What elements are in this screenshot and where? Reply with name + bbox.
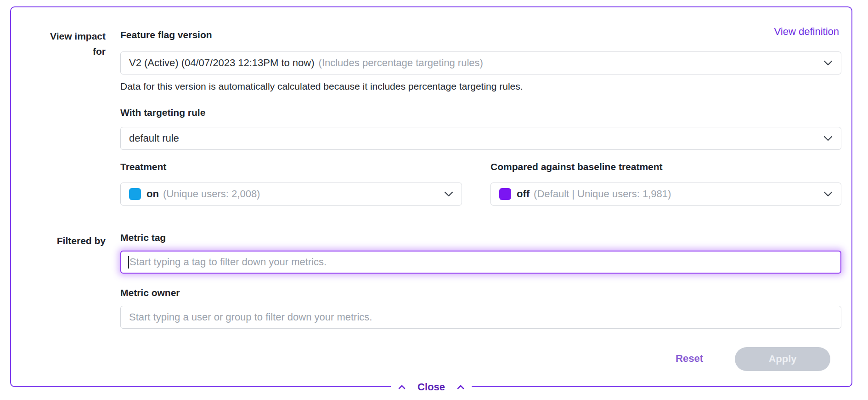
close-button[interactable]: Close [391,381,472,393]
view-impact-for-label: View impact for [41,29,106,59]
treatment-color-swatch [129,188,141,200]
metric-owner-label: Metric owner [120,287,180,298]
chevron-down-icon [823,136,833,141]
treatment-label: Treatment [120,161,166,172]
metric-owner-field [120,306,841,329]
chevron-down-icon [823,191,833,197]
filtered-by-label: Filtered by [28,233,106,248]
treatment-value: on [147,188,159,200]
baseline-treatment-select[interactable]: off (Default | Unique users: 1,981) [490,183,841,206]
treatment-note: (Unique users: 2,008) [163,188,260,200]
baseline-note: (Default | Unique users: 1,981) [534,188,671,200]
chevron-down-icon [823,60,833,66]
metric-tag-field [120,251,841,274]
feature-flag-version-value: V2 (Active) (04/07/2023 12:13PM to now) [129,57,315,69]
targeting-rule-select[interactable]: default rule [120,127,841,150]
feature-flag-version-label: Feature flag version [120,29,212,40]
baseline-treatment-label: Compared against baseline treatment [490,161,663,172]
view-definition-link[interactable]: View definition [774,26,839,38]
metric-owner-input[interactable] [120,306,841,329]
feature-flag-version-note: (Includes percentage targeting rules) [319,57,483,69]
treatment-select[interactable]: on (Unique users: 2,008) [120,183,462,206]
baseline-value: off [517,188,530,200]
feature-flag-version-select[interactable]: V2 (Active) (04/07/2023 12:13PM to now) … [120,51,841,74]
chevron-up-icon [398,383,406,391]
baseline-color-swatch [499,188,511,200]
targeting-rule-label: With targeting rule [120,107,205,118]
metric-tag-input[interactable] [120,251,841,274]
apply-button[interactable]: Apply [735,347,830,371]
text-cursor [128,256,129,269]
metric-tag-label: Metric tag [120,232,166,243]
targeting-rule-value: default rule [129,132,179,144]
version-helper-text: Data for this version is automatically c… [120,81,523,92]
chevron-up-icon [457,383,464,391]
chevron-down-icon [444,191,453,197]
reset-button[interactable]: Reset [664,352,715,365]
close-label: Close [417,381,445,393]
